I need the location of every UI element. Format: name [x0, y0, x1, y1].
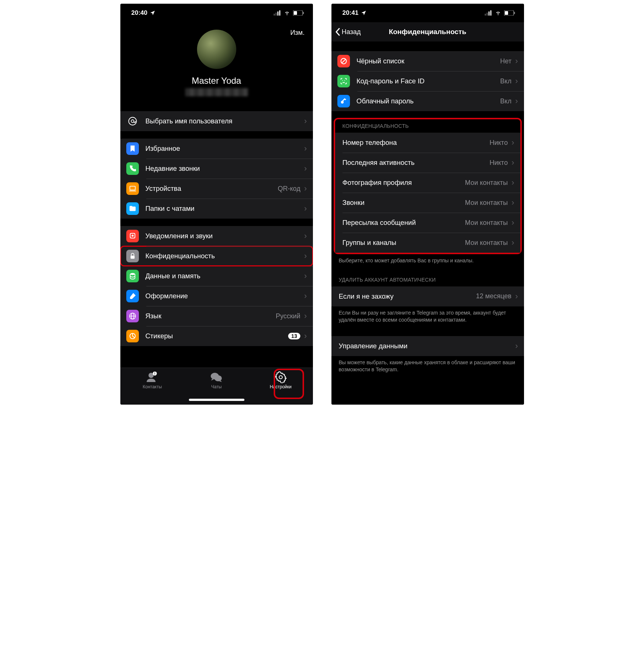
passcode-value: Вкл [500, 77, 512, 85]
chevron-right-icon: › [304, 332, 307, 340]
forwarding-row[interactable]: Пересылка сообщенийМои контакты› [335, 213, 520, 233]
svg-rect-2 [277, 11, 278, 16]
privacy-section-header: КОНФИДЕНЦИАЛЬНОСТЬ [335, 119, 520, 133]
chevron-right-icon: › [304, 292, 307, 300]
battery-icon [504, 10, 515, 16]
auto-delete-row[interactable]: Если я не захожу 12 месяцев › [331, 286, 524, 306]
svg-rect-28 [485, 14, 486, 16]
language-row[interactable]: ЯзыкРусский› [120, 306, 313, 326]
tab-contacts-label: Контакты [143, 384, 162, 389]
lock-icon [126, 250, 139, 262]
nav-bar: Назад Конфиденциальность [331, 22, 524, 42]
devices-label: Устройства [146, 185, 278, 193]
svg-line-36 [341, 59, 346, 63]
stickers-badge: 13 [288, 333, 301, 339]
data-row[interactable]: Данные и память› [120, 266, 313, 286]
svg-rect-31 [490, 10, 491, 16]
bookmark-icon [126, 142, 139, 155]
cell-signal-icon [274, 10, 281, 16]
groups-label: Группы и каналы [343, 239, 465, 247]
back-button[interactable]: Назад [335, 28, 361, 36]
groups-value: Мои контакты [465, 239, 508, 247]
delete-section-footer: Если Вы ни разу не загляните в Telegram … [331, 306, 524, 323]
svg-rect-33 [505, 11, 508, 15]
privacy-section-footer: Выберите, кто может добавлять Вас в груп… [331, 254, 524, 264]
forwarding-value: Мои контакты [465, 219, 508, 227]
recent-calls-row[interactable]: Недавние звонки› [120, 159, 313, 179]
stickers-label: Стикеры [146, 332, 288, 340]
data-management-row[interactable]: Управление данными › [331, 336, 524, 356]
settings-screen: 20:40 Изм. Master Yoda Выбрать имя польз… [120, 4, 313, 405]
chevron-right-icon: › [511, 219, 514, 227]
appearance-row[interactable]: Оформление› [120, 286, 313, 306]
chevron-right-icon: › [511, 179, 514, 187]
svg-point-37 [342, 80, 343, 81]
edit-button[interactable]: Изм. [290, 29, 305, 37]
saved-row[interactable]: Избранное› [120, 139, 313, 159]
photo-row[interactable]: Фотография профиляМои контакты› [335, 173, 520, 193]
wifi-icon [494, 10, 502, 16]
svg-point-39 [341, 101, 343, 103]
recent-calls-label: Недавние звонки [146, 165, 304, 173]
brush-icon [126, 290, 139, 302]
calls-label: Звонки [343, 199, 465, 207]
location-arrow-icon [361, 10, 367, 16]
chevron-right-icon: › [304, 205, 307, 213]
location-arrow-icon [150, 10, 156, 16]
svg-rect-29 [487, 13, 488, 16]
chevron-right-icon: › [511, 239, 514, 247]
chat-folders-row[interactable]: Папки с чатами› [120, 199, 313, 219]
disks-icon [126, 270, 139, 282]
contacts-icon: ! [146, 372, 159, 383]
tab-contacts[interactable]: ! Контакты [134, 372, 171, 389]
phone-row[interactable]: Номер телефонаНикто› [335, 133, 520, 153]
phone-label: Номер телефона [343, 139, 490, 147]
chevron-right-icon: › [515, 77, 518, 85]
passcode-label: Код-пароль и Face ID [357, 77, 500, 85]
key-icon [337, 95, 350, 107]
calls-row[interactable]: ЗвонкиМои контакты› [335, 193, 520, 213]
phone-icon [126, 162, 139, 175]
profile-phone-blurred [185, 88, 248, 96]
stickers-row[interactable]: Стикеры13› [120, 326, 313, 346]
groups-row[interactable]: Группы и каналыМои контакты› [335, 233, 520, 253]
data-label: Данные и память [146, 272, 304, 280]
privacy-row[interactable]: Конфиденциальность› [120, 246, 313, 266]
lastseen-row[interactable]: Последняя активностьНикто› [335, 153, 520, 173]
data-management-label: Управление данными [339, 342, 515, 350]
svg-rect-3 [279, 10, 280, 16]
passcode-row[interactable]: Код-пароль и Face IDВкл› [331, 71, 524, 91]
devices-row[interactable]: УстройстваQR-код› [120, 179, 313, 199]
chevron-right-icon: › [304, 252, 307, 260]
avatar[interactable] [197, 30, 236, 69]
svg-point-26 [214, 375, 222, 381]
svg-rect-1 [276, 13, 277, 16]
home-indicator[interactable] [189, 399, 244, 401]
svg-rect-6 [303, 12, 304, 14]
privacy-label: Конфиденциальность [146, 252, 304, 260]
tab-chats[interactable]: Чаты [198, 372, 235, 389]
cell-signal-icon [485, 10, 492, 16]
language-label: Язык [146, 312, 276, 320]
photo-label: Фотография профиля [343, 179, 465, 187]
pie-icon [126, 330, 139, 342]
blocked-row[interactable]: Чёрный списокНет› [331, 51, 524, 71]
chevron-right-icon: › [304, 117, 307, 125]
username-row[interactable]: Выбрать имя пользователя › [120, 111, 313, 131]
svg-rect-5 [294, 11, 297, 15]
battery-icon [293, 10, 304, 16]
forwarding-label: Пересылка сообщений [343, 219, 465, 227]
appearance-label: Оформление [146, 292, 304, 300]
username-label: Выбрать имя пользователя [146, 117, 304, 125]
svg-point-7 [129, 117, 136, 125]
notifications-row[interactable]: Уведомления и звуки› [120, 226, 313, 246]
globe-icon [126, 310, 139, 322]
bell-icon [126, 230, 139, 242]
svg-rect-12 [130, 186, 135, 190]
chevron-right-icon: › [511, 199, 514, 207]
chevron-right-icon: › [304, 185, 307, 193]
cloud-password-row[interactable]: Облачный парольВкл› [331, 91, 524, 111]
chevron-right-icon: › [515, 292, 518, 301]
profile-name: Master Yoda [192, 76, 241, 86]
svg-point-38 [344, 80, 345, 81]
